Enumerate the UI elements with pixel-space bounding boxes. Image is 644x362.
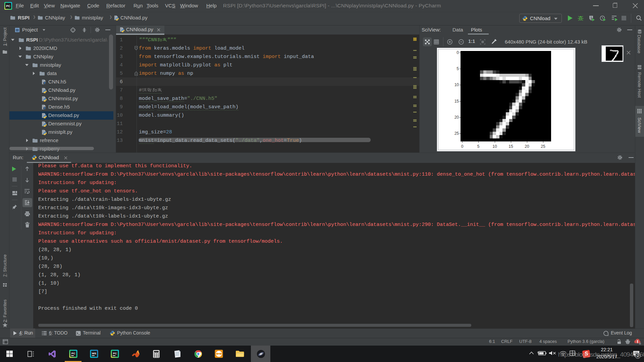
svg-text:PC: PC bbox=[71, 352, 75, 355]
svg-text:WS: WS bbox=[92, 352, 97, 355]
svg-text:PC: PC bbox=[6, 4, 10, 8]
svg-text:PC: PC bbox=[113, 352, 117, 355]
